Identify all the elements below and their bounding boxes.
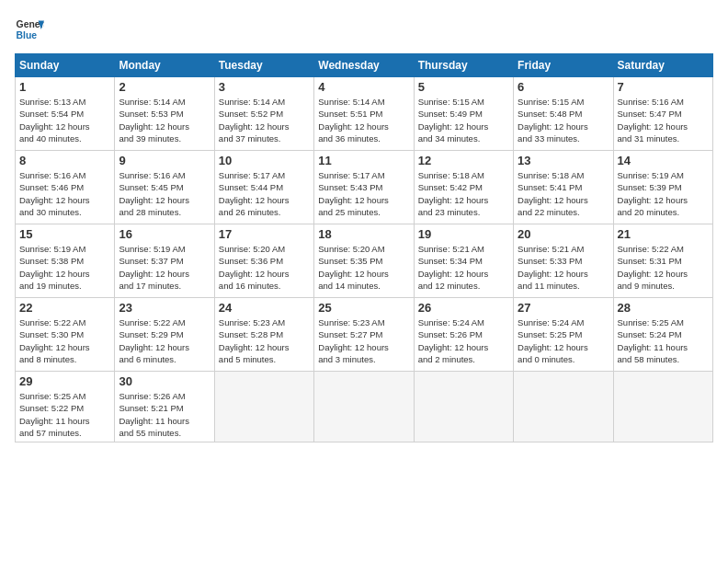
- week-row-1: 1Sunrise: 5:13 AMSunset: 5:54 PMDaylight…: [16, 77, 713, 151]
- table-row: 23Sunrise: 5:22 AMSunset: 5:29 PMDayligh…: [115, 298, 214, 372]
- table-row: 3Sunrise: 5:14 AMSunset: 5:52 PMDaylight…: [214, 77, 313, 151]
- col-header-saturday: Saturday: [613, 54, 712, 77]
- table-row: 13Sunrise: 5:18 AMSunset: 5:41 PMDayligh…: [514, 151, 613, 224]
- header: General Blue: [15, 15, 713, 44]
- col-header-sunday: Sunday: [16, 54, 115, 77]
- table-row: [613, 372, 712, 442]
- table-row: 10Sunrise: 5:17 AMSunset: 5:44 PMDayligh…: [214, 151, 313, 224]
- week-row-4: 22Sunrise: 5:22 AMSunset: 5:30 PMDayligh…: [16, 298, 713, 372]
- table-row: 30Sunrise: 5:26 AMSunset: 5:21 PMDayligh…: [115, 372, 214, 442]
- table-row: 6Sunrise: 5:15 AMSunset: 5:48 PMDaylight…: [514, 77, 613, 151]
- week-row-3: 15Sunrise: 5:19 AMSunset: 5:38 PMDayligh…: [16, 224, 713, 298]
- col-header-wednesday: Wednesday: [314, 54, 414, 77]
- table-row: 18Sunrise: 5:20 AMSunset: 5:35 PMDayligh…: [314, 224, 414, 298]
- logo-icon: General Blue: [15, 15, 44, 44]
- table-row: 12Sunrise: 5:18 AMSunset: 5:42 PMDayligh…: [414, 151, 513, 224]
- col-header-friday: Friday: [514, 54, 613, 77]
- table-row: 22Sunrise: 5:22 AMSunset: 5:30 PMDayligh…: [16, 298, 115, 372]
- col-header-monday: Monday: [115, 54, 214, 77]
- header-row: SundayMondayTuesdayWednesdayThursdayFrid…: [16, 54, 713, 77]
- table-row: 25Sunrise: 5:23 AMSunset: 5:27 PMDayligh…: [314, 298, 414, 372]
- table-row: 5Sunrise: 5:15 AMSunset: 5:49 PMDaylight…: [414, 77, 513, 151]
- svg-text:Blue: Blue: [17, 30, 38, 40]
- logo: General Blue: [15, 15, 44, 44]
- table-row: 19Sunrise: 5:21 AMSunset: 5:34 PMDayligh…: [414, 224, 513, 298]
- col-header-tuesday: Tuesday: [214, 54, 313, 77]
- week-row-5: 29Sunrise: 5:25 AMSunset: 5:22 PMDayligh…: [16, 372, 713, 442]
- table-row: 9Sunrise: 5:16 AMSunset: 5:45 PMDaylight…: [115, 151, 214, 224]
- table-row: 20Sunrise: 5:21 AMSunset: 5:33 PMDayligh…: [514, 224, 613, 298]
- table-row: 28Sunrise: 5:25 AMSunset: 5:24 PMDayligh…: [613, 298, 712, 372]
- table-row: 11Sunrise: 5:17 AMSunset: 5:43 PMDayligh…: [314, 151, 414, 224]
- table-row: 15Sunrise: 5:19 AMSunset: 5:38 PMDayligh…: [16, 224, 115, 298]
- table-row: 21Sunrise: 5:22 AMSunset: 5:31 PMDayligh…: [613, 224, 712, 298]
- calendar-table: SundayMondayTuesdayWednesdayThursdayFrid…: [15, 53, 713, 442]
- table-row: 29Sunrise: 5:25 AMSunset: 5:22 PMDayligh…: [16, 372, 115, 442]
- table-row: 26Sunrise: 5:24 AMSunset: 5:26 PMDayligh…: [414, 298, 513, 372]
- table-row: [214, 372, 313, 442]
- table-row: 8Sunrise: 5:16 AMSunset: 5:46 PMDaylight…: [16, 151, 115, 224]
- table-row: [514, 372, 613, 442]
- table-row: 2Sunrise: 5:14 AMSunset: 5:53 PMDaylight…: [115, 77, 214, 151]
- table-row: 7Sunrise: 5:16 AMSunset: 5:47 PMDaylight…: [613, 77, 712, 151]
- table-row: [414, 372, 513, 442]
- table-row: 24Sunrise: 5:23 AMSunset: 5:28 PMDayligh…: [214, 298, 313, 372]
- table-row: 16Sunrise: 5:19 AMSunset: 5:37 PMDayligh…: [115, 224, 214, 298]
- table-row: 27Sunrise: 5:24 AMSunset: 5:25 PMDayligh…: [514, 298, 613, 372]
- table-row: 1Sunrise: 5:13 AMSunset: 5:54 PMDaylight…: [16, 77, 115, 151]
- week-row-2: 8Sunrise: 5:16 AMSunset: 5:46 PMDaylight…: [16, 151, 713, 224]
- table-row: [314, 372, 414, 442]
- table-row: 4Sunrise: 5:14 AMSunset: 5:51 PMDaylight…: [314, 77, 414, 151]
- table-row: 17Sunrise: 5:20 AMSunset: 5:36 PMDayligh…: [214, 224, 313, 298]
- table-row: 14Sunrise: 5:19 AMSunset: 5:39 PMDayligh…: [613, 151, 712, 224]
- col-header-thursday: Thursday: [414, 54, 513, 77]
